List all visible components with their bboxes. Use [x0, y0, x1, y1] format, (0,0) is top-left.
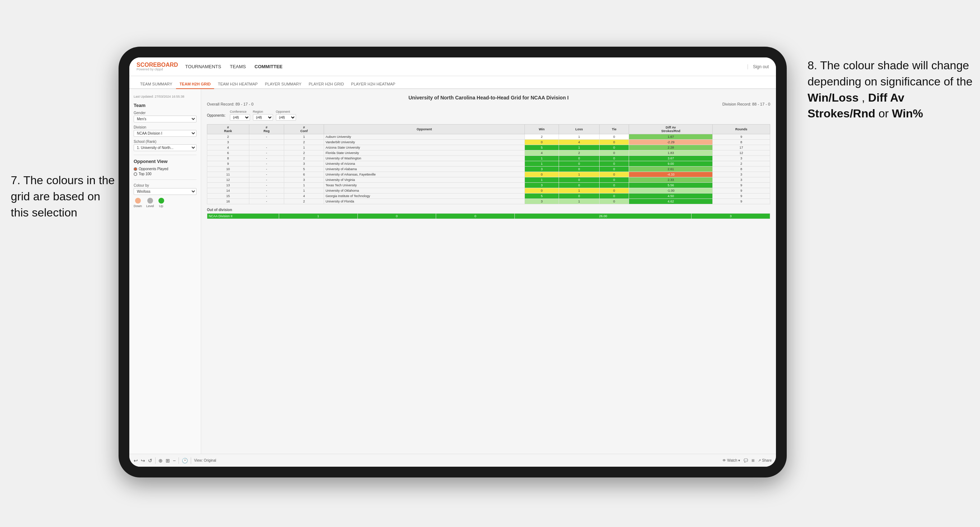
watch-button[interactable]: 👁 Watch ▾ — [722, 459, 740, 462]
clock-button[interactable]: 🕐 — [182, 458, 188, 464]
cell-conf: 1 — [284, 145, 324, 151]
cell-opponent: Vanderbilt University — [324, 140, 525, 145]
col-rank: #Rank — [207, 125, 249, 134]
cell-win: 0 — [525, 188, 559, 194]
opponent-filter-select[interactable]: (All) — [276, 114, 296, 121]
cell-win: 0 — [525, 140, 559, 145]
cell-rank: 12 — [207, 177, 249, 183]
region-filter-select[interactable]: (All) — [253, 114, 273, 121]
cell-rank: 2 — [207, 134, 249, 140]
table-row: 6 - 2 Florida State University 4 2 0 1.8… — [207, 151, 770, 156]
legend-up-dot — [158, 198, 164, 203]
division-record: Division Record: 88 - 17 - 0 — [722, 102, 770, 106]
cell-opponent: University of Arizona — [324, 161, 525, 167]
undo-button[interactable]: ↩ — [134, 458, 138, 464]
cell-diff: 2.61 — [629, 167, 713, 172]
annotation-right: 8. The colour shade will change dependin… — [808, 57, 973, 122]
filter-row: Opponents: Conference (All) Region (All) — [207, 110, 770, 121]
out-of-division-row: NCAA Division II 1 0 0 26.00 3 — [207, 214, 770, 219]
conference-filter-select[interactable]: (All) — [230, 114, 250, 121]
cell-rank: 14 — [207, 188, 249, 194]
gender-select[interactable]: Men's — [134, 116, 197, 122]
colour-by-select[interactable]: Win/loss — [134, 188, 197, 195]
annotation-right-text: 8. The colour shade will change dependin… — [808, 59, 972, 88]
nav-teams[interactable]: TEAMS — [230, 62, 246, 71]
toolbar-right: 👁 Watch ▾ 💬 ⊞ ↗ Share — [722, 459, 772, 462]
col-rounds: Rounds — [713, 125, 770, 134]
cell-reg: - — [249, 183, 284, 188]
cell-win: 5 — [525, 194, 559, 199]
cell-conf: 2 — [284, 140, 324, 145]
cell-loss: 0 — [559, 161, 600, 167]
subnav-player-h2h-heatmap[interactable]: PLAYER H2H HEATMAP — [347, 80, 399, 89]
cell-rounds: 9 — [713, 194, 770, 199]
nav-committee[interactable]: COMMITTEE — [255, 62, 283, 71]
tablet: SCOREBOARD Powered by clippd TOURNAMENTS… — [119, 47, 787, 478]
cell-rank: 6 — [207, 151, 249, 156]
cell-reg: - — [249, 161, 284, 167]
nav-tournaments[interactable]: TOURNAMENTS — [185, 62, 221, 71]
conference-filter-group: Conference (All) — [230, 110, 250, 121]
table-row: 3 2 Vanderbilt University 0 4 0 -2.29 8 — [207, 140, 770, 145]
cell-diff: 4.62 — [629, 199, 713, 204]
dash-button[interactable]: − — [173, 458, 176, 464]
sign-out-link[interactable]: Sign out — [748, 64, 769, 69]
cell-win: 1 — [525, 161, 559, 167]
cell-reg: - — [249, 145, 284, 151]
cell-diff: 9.00 — [629, 161, 713, 167]
bottom-toolbar: ↩ ↪ ↺ ⊕ ⊞ − 🕐 View: Original 👁 Watch ▾ 💬… — [129, 454, 776, 467]
col-opponent: Opponent — [324, 125, 525, 134]
radio-top100[interactable]: Top 100 — [134, 172, 197, 176]
cell-diff: 3.67 — [629, 156, 713, 161]
share-button[interactable]: ↗ Share — [758, 459, 772, 462]
cell-rank: 4 — [207, 145, 249, 151]
region-filter-label: Region — [253, 110, 273, 113]
col-diff: Diff AvStrokes/Rnd — [629, 125, 713, 134]
toolbar-divider-2 — [178, 457, 179, 464]
cell-opponent: Texas Tech University — [324, 183, 525, 188]
main-content: Last Updated: 27/03/2024 16:55:38 Team G… — [129, 89, 776, 454]
table-row: 2 - 1 Auburn University 2 1 0 1.67 9 — [207, 134, 770, 140]
division-label: Division — [134, 125, 197, 129]
color-legend: Down Level Up — [134, 198, 197, 208]
subnav-player-h2h-grid[interactable]: PLAYER H2H GRID — [305, 80, 347, 89]
colour-by-label: Colour by — [134, 183, 197, 187]
cell-conf: 4 — [284, 194, 324, 199]
legend-level-dot — [147, 198, 153, 203]
cell-tie: 0 — [600, 151, 629, 156]
cell-loss: 0 — [559, 156, 600, 161]
division-select[interactable]: NCAA Division I — [134, 130, 197, 137]
subnav-player-summary[interactable]: PLAYER SUMMARY — [261, 80, 305, 89]
cell-win: 1 — [525, 156, 559, 161]
toolbar-divider-3 — [191, 457, 191, 464]
cell-diff: 5.56 — [629, 183, 713, 188]
redo-button[interactable]: ↪ — [141, 458, 145, 464]
subnav-team-h2h-grid[interactable]: TEAM H2H GRID — [176, 80, 215, 89]
out-div-win: 1 — [279, 214, 358, 219]
cell-loss: 1 — [559, 199, 600, 204]
cell-win: 3 — [525, 167, 559, 172]
cell-reg: - — [249, 177, 284, 183]
cell-tie: 0 — [600, 194, 629, 199]
out-div-tie: 0 — [436, 214, 515, 219]
subnav-team-summary[interactable]: TEAM SUMMARY — [137, 80, 176, 89]
cell-rounds: 9 — [713, 134, 770, 140]
comment-button[interactable]: 💬 — [744, 459, 748, 462]
table-row: 8 - 2 University of Washington 1 0 0 3.6… — [207, 156, 770, 161]
cell-opponent: Georgia Institute of Technology — [324, 194, 525, 199]
cell-reg: - — [249, 134, 284, 140]
annotation-right-comma: , — [862, 91, 868, 104]
cell-rounds: 9 — [713, 183, 770, 188]
school-select[interactable]: 1. University of North... — [134, 144, 197, 151]
subnav-team-h2h-heatmap[interactable]: TEAM H2H HEATMAP — [214, 80, 261, 89]
grid-button[interactable]: ⊞ — [751, 459, 754, 462]
cell-opponent: University of Alabama — [324, 167, 525, 172]
view-label: View: Original — [194, 459, 216, 462]
history-button[interactable]: ↺ — [148, 458, 152, 464]
radio-opponents-played[interactable]: Opponents Played — [134, 167, 197, 171]
copy-button[interactable]: ⊕ — [158, 458, 163, 464]
paste-button[interactable]: ⊞ — [165, 458, 170, 464]
cell-diff: 2.33 — [629, 177, 713, 183]
cell-opponent: Auburn University — [324, 134, 525, 140]
col-loss: Loss — [559, 125, 600, 134]
